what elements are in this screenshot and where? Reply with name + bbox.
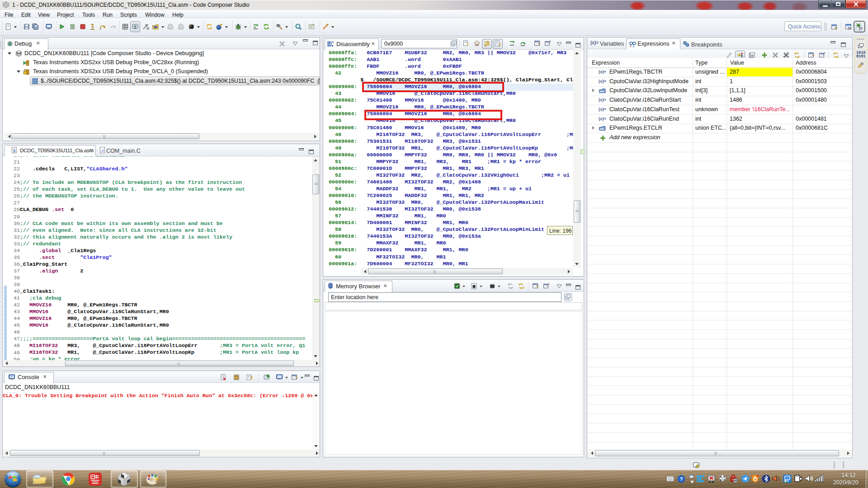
svg-text:.c: .c [101,148,104,153]
svg-text:?: ? [680,476,683,482]
svg-text:S: S [13,149,15,153]
